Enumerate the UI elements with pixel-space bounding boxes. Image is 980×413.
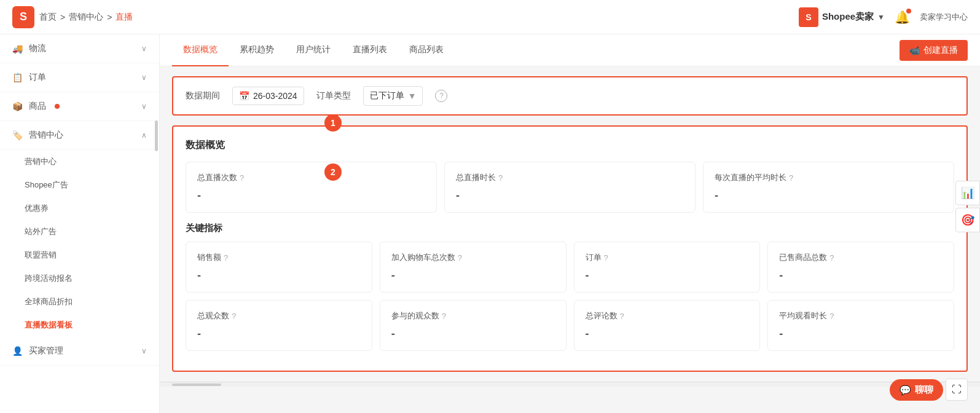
target-icon-btn[interactable]: 🎯 [955, 208, 980, 232]
seller-brand-name: Shopee卖家 [822, 11, 874, 23]
total-comments-label: 总评论数 [586, 310, 617, 321]
chart-icon-btn[interactable]: 📊 [955, 181, 980, 205]
sales-value: - [197, 269, 361, 282]
notification-bell-icon[interactable]: 🔔 [895, 10, 910, 25]
sub-label-1: Shopee广告 [25, 180, 68, 189]
items-sold-help-icon[interactable]: ? [829, 253, 834, 262]
create-live-label: 创建直播 [923, 45, 958, 56]
engaged-viewers-value: - [391, 328, 555, 340]
chat-button[interactable]: 💬 聊聊 [890, 379, 943, 401]
sidebar-sub-marketing-center[interactable]: 营销中心 [0, 150, 159, 173]
sidebar-item-logistics[interactable]: 🚚 物流 ∨ [0, 34, 159, 63]
sidebar-item-orders[interactable]: 📋 订单 ∨ [0, 63, 159, 92]
fullscreen-button[interactable]: ⛶ [946, 379, 968, 401]
breadcrumb: 首页 > 营销中心 > 直播 [39, 12, 133, 23]
products-dot-badge [55, 104, 60, 109]
main-layout: 🚚 物流 ∨ 📋 订单 ∨ 📦 商品 ∨ 🏷️ [0, 34, 980, 413]
tab-live-list[interactable]: 直播列表 [342, 34, 398, 66]
sidebar-sub-cross-border[interactable]: 跨境活动报名 [0, 267, 159, 290]
metric-card-cart-adds: 加入购物车总次数 ? - [380, 242, 566, 293]
total-lives-value: - [197, 189, 425, 202]
seller-brand-caret-icon[interactable]: ▼ [877, 13, 885, 22]
avg-watch-time-help-icon[interactable]: ? [829, 312, 834, 321]
avg-duration-help-icon[interactable]: ? [789, 173, 793, 183]
filter-help-icon[interactable]: ? [435, 90, 447, 102]
shopee-logo: S [12, 6, 34, 28]
sidebar-sub-offsite-ads[interactable]: 站外广告 [0, 220, 159, 243]
learning-center-link[interactable]: 卖家学习中心 [920, 12, 968, 23]
metric-card-items-sold: 已售商品总数 ? - [767, 242, 954, 293]
sidebar: 🚚 物流 ∨ 📋 订单 ∨ 📦 商品 ∨ 🏷️ [0, 34, 160, 413]
breadcrumb-live: 直播 [116, 12, 133, 23]
overview-section-title: 数据概览 [186, 139, 954, 152]
sales-help-icon[interactable]: ? [224, 253, 228, 262]
total-lives-help-icon[interactable]: ? [240, 173, 244, 183]
sidebar-item-products[interactable]: 📦 商品 ∨ [0, 92, 159, 121]
metric-card-total-duration: 总直播时长 ? - [444, 162, 696, 213]
cart-adds-help-icon[interactable]: ? [458, 253, 462, 262]
tab-user-stats[interactable]: 用户统计 [285, 34, 342, 66]
truck-icon: 🚚 [12, 44, 23, 53]
sub-label-4: 联盟营销 [25, 250, 57, 259]
filter-row: 数据期间 📅 26-03-2024 订单类型 已下订单 ▼ ? [172, 76, 968, 116]
sidebar-sub-global-discount[interactable]: 全球商品折扣 [0, 290, 159, 313]
tab-product-list[interactable]: 商品列表 [398, 34, 455, 66]
key-metrics-title: 关键指标 [186, 222, 954, 234]
avg-duration-label: 每次直播的平均时长 [715, 172, 786, 183]
filter-period-label: 数据期间 [186, 90, 220, 101]
order-type-value: 已下订单 [370, 90, 404, 101]
sidebar-item-buyer-mgmt[interactable]: 👤 买家管理 ∨ [0, 337, 159, 366]
content-area: 数据期间 📅 26-03-2024 订单类型 已下订单 ▼ ? 数据概览 [160, 66, 980, 382]
breadcrumb-home[interactable]: 首页 [39, 12, 57, 23]
sub-label-2: 优惠券 [25, 203, 49, 213]
breadcrumb-sep1: > [60, 12, 65, 22]
items-sold-label: 已售商品总数 [779, 252, 827, 263]
breadcrumb-marketing[interactable]: 营销中心 [69, 12, 103, 23]
horizontal-scrollbar[interactable] [160, 382, 980, 387]
metric-card-orders: 订单 ? - [574, 242, 761, 293]
video-plus-icon: 📹 [909, 45, 920, 55]
sub-label-3: 站外广告 [25, 227, 57, 236]
orders-help-icon[interactable]: ? [604, 253, 608, 262]
total-lives-label: 总直播次数 [197, 172, 237, 183]
date-picker[interactable]: 📅 26-03-2024 [232, 87, 304, 105]
metric-card-engaged-viewers: 参与的观众数 ? - [380, 300, 566, 351]
fullscreen-icon: ⛶ [952, 384, 962, 395]
key-metrics-row-1: 销售额 ? - 加入购物车总次数 ? - 订单 [186, 242, 954, 293]
tabs-list: 数据概览 累积趋势 用户统计 直播列表 商品列表 [172, 34, 455, 66]
sidebar-sub-coupons[interactable]: 优惠券 [0, 197, 159, 220]
product-icon: 📦 [12, 101, 23, 111]
sidebar-sub-live-dashboard[interactable]: 直播数据看板 [0, 313, 159, 337]
tab-cumulative-trend[interactable]: 累积趋势 [229, 34, 285, 66]
tab-data-overview[interactable]: 数据概览 [172, 34, 229, 66]
sidebar-scrollbar [155, 120, 158, 151]
sidebar-item-marketing[interactable]: 🏷️ 营销中心 ∧ [0, 121, 159, 150]
tabs-bar: 数据概览 累积趋势 用户统计 直播列表 商品列表 📹 创建直播 [160, 34, 980, 66]
metric-card-total-comments: 总评论数 ? - [574, 300, 761, 351]
sidebar-products-label: 商品 [29, 101, 46, 112]
total-duration-label: 总直播时长 [456, 172, 496, 183]
sidebar-sub-affiliate[interactable]: 联盟营销 [0, 243, 159, 267]
buyer-mgmt-caret-icon: ∨ [141, 347, 147, 355]
right-icon-panel: 📊 🎯 [955, 181, 980, 232]
sub-label-7: 直播数据看板 [25, 320, 73, 329]
create-live-button[interactable]: 📹 创建直播 [900, 40, 968, 61]
step-2-badge: 2 [324, 163, 342, 181]
chat-label: 聊聊 [915, 384, 933, 396]
sidebar-sub-shopee-ads[interactable]: Shopee广告 [0, 173, 159, 197]
metric-card-sales: 销售额 ? - [186, 242, 372, 293]
total-viewers-help-icon[interactable]: ? [232, 312, 236, 321]
chat-icon: 💬 [900, 385, 911, 396]
avg-watch-time-value: - [779, 328, 943, 340]
header: S 首页 > 营销中心 > 直播 S Shopee卖家 ▼ 🔔 卖家学习中心 [0, 0, 980, 34]
step-1-badge: 1 [324, 114, 342, 132]
engaged-viewers-help-icon[interactable]: ? [442, 312, 446, 321]
total-comments-help-icon[interactable]: ? [620, 312, 624, 321]
marketing-caret-icon: ∧ [141, 131, 147, 140]
order-type-select[interactable]: 已下订单 ▼ [363, 86, 423, 106]
cart-adds-label: 加入购物车总次数 [391, 252, 455, 263]
metric-card-total-viewers: 总观众数 ? - [186, 300, 372, 351]
metric-card-avg-duration: 每次直播的平均时长 ? - [703, 162, 954, 213]
total-duration-help-icon[interactable]: ? [498, 173, 503, 183]
metric-card-avg-watch-time: 平均观看时长 ? - [767, 300, 954, 351]
